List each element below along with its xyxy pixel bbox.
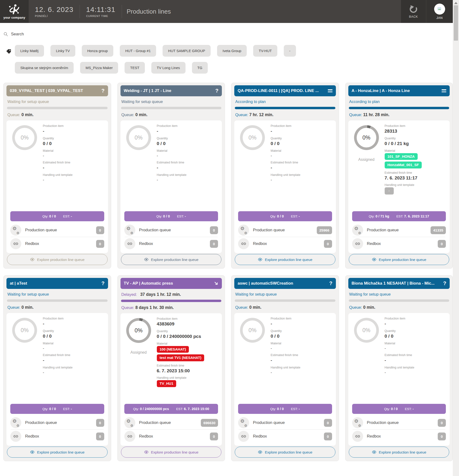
queue-line: Queue: 8 days 1 hr. 30 min. [121, 305, 221, 310]
redbox-row[interactable]: Redbox 0 [124, 430, 218, 443]
explore-queue-button[interactable]: Explore production line queue [121, 254, 222, 265]
card-stats: Production item - Quantity 0 / 0 Materia… [43, 316, 104, 402]
redbox-row[interactable]: Redbox 0 [238, 237, 332, 250]
hut-tag: TV_HU1 [157, 380, 176, 387]
card-details-panel: 0% Assigned Production item - Quantity 0… [234, 120, 336, 253]
redbox-row[interactable]: Redbox 0 [10, 237, 104, 250]
production-queue-row[interactable]: ⚙⚙ Production queue 25966 [238, 224, 332, 237]
card-title: aswc | automaticSWCreation [238, 281, 327, 286]
undo-icon [409, 5, 418, 13]
production-queue-row[interactable]: ⚙⚙ Production queue 41335 [352, 224, 446, 237]
redbox-label: Redbox [253, 241, 320, 246]
progress-percent: 0% [248, 135, 256, 141]
material-value: 101_SF_HONZAHonzaMat_001_SF [385, 153, 446, 169]
back-button[interactable]: BACK [401, 0, 426, 23]
redbox-count: 0 [96, 240, 104, 248]
explore-queue-button[interactable]: Explore production line queue [235, 447, 335, 458]
help-icon[interactable]: ? [443, 281, 446, 286]
card-header: TV - AP | Automatic press ? [121, 278, 222, 289]
search-input[interactable] [11, 32, 87, 37]
status-line: Waiting for setup queue [349, 292, 449, 297]
menu-icon[interactable] [328, 89, 333, 92]
filter-chip[interactable]: TV Long Lines [151, 62, 185, 74]
assigned-label: Assigned [352, 157, 381, 162]
redbox-row[interactable]: Redbox 0 [124, 237, 218, 250]
filter-chip[interactable]: Linky TV [51, 45, 75, 57]
queue-line: Queue: 0 min. [121, 112, 221, 117]
card-details-panel: 0% Assigned Production item 4383609 Quan… [121, 313, 222, 446]
help-icon[interactable]: ? [329, 281, 332, 286]
filter-chip[interactable]: HUT - Group #1 [120, 45, 156, 57]
redbox-row[interactable]: Redbox 0 [352, 237, 446, 250]
estimated-finish-value: - [43, 165, 104, 171]
explore-queue-button[interactable]: Explore production line queue [235, 254, 335, 265]
help-icon[interactable]: ? [101, 281, 104, 286]
search-icon [3, 32, 8, 37]
redbox-row[interactable]: Redbox 0 [352, 430, 446, 443]
day-of-week: PONDĚLÍ [35, 15, 73, 17]
filter-chip[interactable]: Honza group [82, 45, 113, 57]
estimated-finish-label: Estimated finish time [43, 161, 104, 164]
material-label: Material [157, 342, 218, 345]
scrollbar-up-arrow[interactable] [454, 2, 458, 4]
qty-bar-est: - [413, 407, 414, 411]
page-scrollbar[interactable] [453, 0, 459, 476]
explore-queue-button[interactable]: Explore production line queue [7, 254, 108, 265]
row-divider [353, 429, 446, 430]
material-tag: 100 (NESAHAT) [157, 346, 189, 353]
queue-value: 0 min. [363, 305, 375, 310]
production-queue-row[interactable]: ⚙⚙ Production queue 0 [352, 416, 446, 429]
progress-percent: 0% [135, 135, 142, 141]
row-divider [125, 429, 218, 430]
explore-queue-label: Explore production line queue [151, 258, 199, 262]
user-menu[interactable]: JAN [426, 0, 453, 23]
quantity-label: Quantity [385, 329, 446, 333]
filter-chip[interactable]: Skupina se stejným oceněním [15, 62, 74, 74]
card-stats: Production item - Quantity 0 / 0 Materia… [385, 316, 446, 402]
explore-queue-button[interactable]: Explore production line queue [349, 254, 450, 265]
production-queue-row[interactable]: ⚙⚙ Production queue 0 [10, 224, 104, 237]
filter-chip[interactable]: MS_Pizza Maker [80, 62, 118, 74]
redbox-label: Redbox [139, 241, 206, 246]
progress-percent: 0% [248, 327, 256, 334]
queue-label: Queue: [235, 305, 248, 309]
production-item-label: Production item [271, 124, 332, 128]
redbox-label: Redbox [253, 434, 320, 439]
card-title: Welding - JT | 1 JT - Line [124, 88, 213, 93]
card-stats: Production item 28313 Quantity 0 / 0 / 2… [385, 124, 446, 210]
handling-unit-template-label: Handling unit template [43, 366, 104, 369]
filter-chip[interactable]: Iveta Group [217, 45, 247, 57]
company-logo[interactable]: your company [0, 0, 29, 23]
back-label: BACK [409, 15, 418, 18]
production-queue-row[interactable]: ⚙⚙ Production queue 696630 [124, 416, 218, 429]
eye-icon [372, 257, 377, 262]
scrollbar-thumb[interactable] [454, 5, 458, 41]
handling-unit-template-value: - [385, 187, 446, 195]
status-progress-bar [121, 300, 222, 302]
menu-icon[interactable] [442, 89, 446, 92]
redbox-count: 0 [324, 433, 332, 440]
filter-chip[interactable]: TV-HUT [253, 45, 277, 57]
filter-chip[interactable]: Linky Matěj [15, 45, 44, 57]
filter-chip[interactable]: TEST [125, 62, 145, 74]
card-title: 039_VYPAL_TEST | 039_VYPAL_TEST [10, 88, 99, 93]
link-icon [124, 431, 135, 442]
logo-text: your company [3, 16, 25, 19]
explore-queue-button[interactable]: Explore production line queue [121, 447, 222, 458]
estimated-finish-label: Estimated finish time [157, 161, 218, 164]
production-queue-row[interactable]: ⚙⚙ Production queue 0 [124, 224, 218, 237]
explore-queue-button[interactable]: Explore production line queue [349, 447, 450, 458]
production-queue-row[interactable]: ⚙⚙ Production queue 0 [238, 416, 332, 429]
redbox-row[interactable]: Redbox 0 [238, 430, 332, 443]
explore-queue-button[interactable]: Explore production line queue [7, 447, 108, 458]
filter-chip[interactable]: - [284, 45, 296, 57]
help-icon[interactable]: ? [215, 88, 218, 94]
queue-label: Queue: [349, 112, 362, 117]
production-queue-row[interactable]: ⚙⚙ Production queue 0 [10, 416, 104, 429]
expand-arrow-icon[interactable] [214, 281, 218, 286]
help-icon[interactable]: ? [101, 88, 104, 94]
tag-icon [6, 49, 11, 54]
redbox-row[interactable]: Redbox 0 [10, 430, 104, 443]
filter-chip[interactable]: HUT SAMPLE GROUP [163, 45, 211, 57]
filter-chip[interactable]: TG [192, 62, 208, 74]
